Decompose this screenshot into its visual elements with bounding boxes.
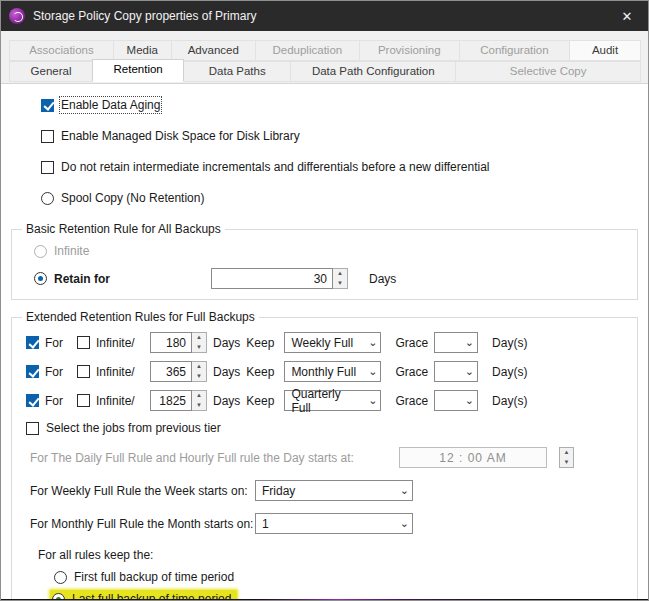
rule3-keep-dropdown[interactable]: Quarterly Full⌄ (284, 390, 381, 411)
last-full-highlight: Last full backup of time period (50, 590, 237, 599)
tab-retention[interactable]: Retention (92, 59, 184, 82)
rule3-days-label: Days (213, 394, 240, 408)
basic-retention-group: Basic Retention Rule for All Backups Inf… (11, 222, 638, 300)
rule2-for-checkbox[interactable] (26, 365, 39, 378)
rule1-infinite-label: Infinite/ (96, 336, 144, 350)
dialog-window: Storage Policy Copy properties of Primar… (0, 0, 649, 601)
rule3-for-label: For (45, 394, 71, 408)
daily-rule-label: For The Daily Full Rule and Hourly Full … (30, 451, 392, 465)
extended-rule-row-3: For Infinite/ 1825 ▲▼ Days Keep Quarterl… (26, 390, 629, 411)
rule2-infinite-checkbox[interactable] (77, 365, 90, 378)
rule1-days-label: Days (213, 336, 240, 350)
rule1-unit-label: Day(s) (492, 336, 527, 350)
rule2-days-input[interactable]: 365 (150, 361, 192, 382)
chevron-down-icon: ⌄ (368, 365, 377, 378)
chevron-down-icon: ⌄ (368, 394, 377, 407)
spin-down-icon[interactable]: ▼ (192, 372, 206, 382)
spin-down-icon[interactable]: ▼ (192, 401, 206, 411)
spool-copy-row: Spool Copy (No Retention) (41, 191, 648, 205)
extended-retention-title: Extended Retention Rules for Full Backup… (22, 310, 259, 324)
tab-configuration[interactable]: Configuration (459, 40, 570, 61)
tab-data-paths[interactable]: Data Paths (183, 61, 291, 82)
rule2-days-label: Days (213, 365, 240, 379)
previous-tier-checkbox[interactable] (26, 422, 39, 435)
basic-retention-title: Basic Retention Rule for All Backups (22, 222, 225, 236)
spin-down-icon[interactable]: ▼ (333, 279, 347, 289)
tab-data-path-configuration[interactable]: Data Path Configuration (290, 61, 456, 82)
retain-for-row: Retain for 30 ▲▼ Days (34, 268, 629, 289)
tab-advanced[interactable]: Advanced (171, 40, 256, 61)
retain-days-input[interactable]: 30 (211, 268, 333, 289)
app-icon (9, 8, 25, 24)
spool-copy-label: Spool Copy (No Retention) (61, 191, 204, 205)
managed-disk-row: Enable Managed Disk Space for Disk Libra… (41, 129, 648, 143)
first-full-radio[interactable] (54, 571, 67, 584)
spin-up-icon[interactable]: ▲ (192, 333, 206, 343)
spin-up-icon[interactable]: ▲ (560, 448, 573, 458)
enable-data-aging-checkbox[interactable] (41, 99, 54, 112)
monthly-rule-row: For Monthly Full Rule the Month starts o… (30, 513, 629, 534)
last-full-radio[interactable] (52, 593, 65, 600)
daily-time-input[interactable]: 12 : 00 AM (399, 447, 547, 468)
rule1-days-input[interactable]: 180 (150, 332, 192, 353)
infinite-row: Infinite (34, 244, 629, 258)
rule3-grace-dropdown[interactable]: ⌄ (434, 390, 478, 411)
rule2-spin-buttons[interactable]: ▲▼ (192, 361, 207, 382)
month-start-dropdown[interactable]: 1⌄ (255, 513, 413, 534)
tab-associations[interactable]: Associations (9, 40, 114, 61)
spin-down-icon[interactable]: ▼ (192, 343, 206, 353)
rule2-grace-label: Grace (395, 365, 428, 379)
monthly-rule-label: For Monthly Full Rule the Month starts o… (30, 517, 248, 531)
rule1-infinite-checkbox[interactable] (77, 336, 90, 349)
rule3-days-input[interactable]: 1825 (150, 390, 192, 411)
rule1-grace-dropdown[interactable]: ⌄ (434, 332, 478, 353)
rule1-spin-buttons[interactable]: ▲▼ (192, 332, 207, 353)
previous-tier-label: Select the jobs from previous tier (46, 421, 221, 435)
weekly-rule-row: For Weekly Full Rule the Week starts on:… (30, 480, 629, 501)
intermediate-row: Do not retain intermediate incrementals … (41, 160, 648, 174)
tab-deduplication[interactable]: Deduplication (255, 40, 360, 61)
tab-selective-copy[interactable]: Selective Copy (455, 61, 641, 82)
title-bar: Storage Policy Copy properties of Primar… (1, 1, 648, 31)
tab-general[interactable]: General (9, 61, 93, 82)
managed-disk-checkbox[interactable] (41, 130, 54, 143)
chevron-down-icon: ⌄ (400, 517, 409, 530)
last-full-label: Last full backup of time period (72, 592, 231, 599)
rule3-keep-value: Quarterly Full (291, 387, 362, 415)
rule2-keep-dropdown[interactable]: Monthly Full⌄ (284, 361, 381, 382)
chevron-down-icon: ⌄ (465, 336, 474, 349)
extended-rule-row-1: For Infinite/ 180 ▲▼ Days Keep Weekly Fu… (26, 332, 629, 353)
rule1-keep-dropdown[interactable]: Weekly Full⌄ (284, 332, 381, 353)
rule3-spin-buttons[interactable]: ▲▼ (192, 390, 207, 411)
close-icon[interactable]: ✕ (614, 9, 640, 24)
rule1-keep-value: Weekly Full (291, 336, 353, 350)
rule2-days-stepper: 365 ▲▼ (150, 361, 207, 382)
infinite-radio[interactable] (34, 245, 47, 258)
spin-up-icon[interactable]: ▲ (192, 391, 206, 401)
weekly-rule-label: For Weekly Full Rule the Week starts on: (30, 484, 248, 498)
tab-row-1: Associations Media Advanced Deduplicatio… (9, 40, 640, 61)
tab-provisioning[interactable]: Provisioning (359, 40, 460, 61)
rule1-days-stepper: 180 ▲▼ (150, 332, 207, 353)
rule2-grace-dropdown[interactable]: ⌄ (434, 361, 478, 382)
daily-time-spin-buttons[interactable]: ▲▼ (559, 447, 574, 468)
spin-up-icon[interactable]: ▲ (333, 269, 347, 279)
spool-copy-radio[interactable] (41, 192, 54, 205)
retain-for-radio[interactable] (34, 272, 47, 285)
intermediate-checkbox[interactable] (41, 161, 54, 174)
tab-audit[interactable]: Audit (569, 40, 641, 61)
tab-media[interactable]: Media (113, 40, 172, 61)
chevron-down-icon: ⌄ (465, 365, 474, 378)
retain-days-spin-buttons[interactable]: ▲▼ (333, 268, 348, 289)
rule2-for-label: For (45, 365, 71, 379)
spin-down-icon[interactable]: ▼ (560, 458, 573, 468)
rule1-for-checkbox[interactable] (26, 336, 39, 349)
enable-data-aging-label: Enable Data Aging (61, 98, 160, 112)
rule3-infinite-checkbox[interactable] (77, 394, 90, 407)
rule2-keep-label: Keep (246, 365, 274, 379)
window-title: Storage Policy Copy properties of Primar… (33, 9, 614, 23)
rule3-for-checkbox[interactable] (26, 394, 39, 407)
retain-days-stepper: 30 ▲▼ (211, 268, 348, 289)
spin-up-icon[interactable]: ▲ (192, 362, 206, 372)
week-start-dropdown[interactable]: Friday⌄ (255, 480, 413, 501)
